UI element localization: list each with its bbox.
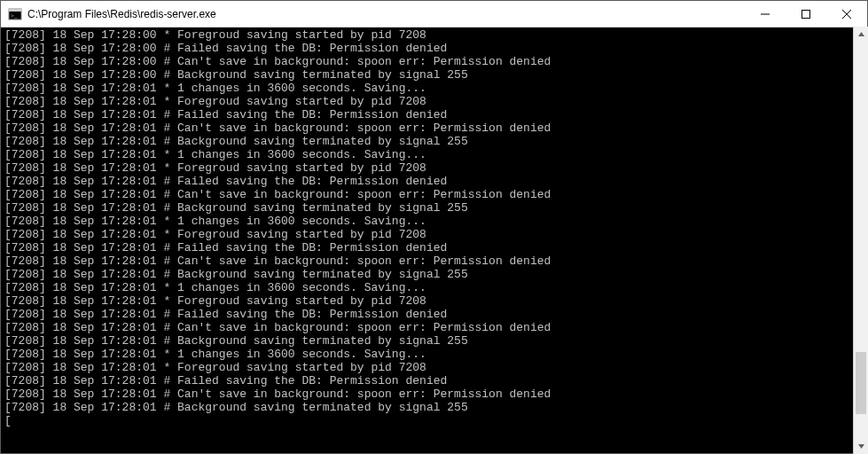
window-controls [745, 1, 867, 27]
close-button[interactable] [826, 1, 867, 27]
console-line: [7208] 18 Sep 17:28:01 * Foregroud savin… [4, 294, 864, 308]
titlebar[interactable]: >_ C:\Program Files\Redis\redis-server.e… [1, 1, 867, 27]
maximize-button[interactable] [786, 1, 826, 27]
console-line: [7208] 18 Sep 17:28:01 # Failed saving t… [4, 308, 864, 321]
svg-rect-4 [802, 10, 810, 18]
console-line: [7208] 18 Sep 17:28:01 # Failed saving t… [4, 241, 864, 254]
svg-rect-1 [9, 9, 21, 12]
console-line: [7208] 18 Sep 17:28:01 # Background savi… [4, 201, 864, 215]
svg-text:>_: >_ [11, 12, 18, 20]
console-line: [7208] 18 Sep 17:28:01 # Failed saving t… [4, 108, 864, 121]
console-line: [7208] 18 Sep 17:28:01 # Background savi… [4, 135, 864, 148]
console-line: [7208] 18 Sep 17:28:01 # Background savi… [4, 268, 864, 281]
console-line: [7208] 18 Sep 17:28:01 # Failed saving t… [4, 374, 864, 387]
console-line: [7208] 18 Sep 17:28:01 # Background savi… [4, 334, 864, 348]
console-line: [7208] 18 Sep 17:28:01 # Can't save in b… [4, 121, 864, 135]
console-line: [7208] 18 Sep 17:28:01 * Foregroud savin… [4, 161, 864, 175]
scroll-up-button[interactable] [854, 27, 868, 42]
console-line: [7208] 18 Sep 17:28:00 # Failed saving t… [4, 42, 864, 55]
scroll-down-button[interactable] [854, 439, 868, 454]
app-icon: >_ [8, 7, 22, 21]
minimize-button[interactable] [745, 1, 786, 27]
console-line: [7208] 18 Sep 17:28:01 # Background savi… [4, 401, 864, 414]
console-cursor-line: [ [4, 414, 864, 427]
scroll-thumb[interactable] [856, 352, 866, 414]
svg-marker-8 [858, 444, 864, 449]
console-line: [7208] 18 Sep 17:28:01 * Foregroud savin… [4, 228, 864, 241]
scroll-track[interactable] [854, 42, 868, 439]
window-frame: >_ C:\Program Files\Redis\redis-server.e… [0, 0, 868, 454]
console-line: [7208] 18 Sep 17:28:01 * 1 changes in 36… [4, 148, 864, 161]
console-line: [7208] 18 Sep 17:28:01 * 1 changes in 36… [4, 348, 864, 361]
console-line: [7208] 18 Sep 17:28:01 # Can't save in b… [4, 188, 864, 201]
console-line: [7208] 18 Sep 17:28:00 # Can't save in b… [4, 55, 864, 68]
console-line: [7208] 18 Sep 17:28:01 * Foregroud savin… [4, 95, 864, 108]
console-line: [7208] 18 Sep 17:28:01 * 1 changes in 36… [4, 82, 864, 95]
svg-marker-7 [858, 32, 864, 36]
console-output[interactable]: [7208] 18 Sep 17:28:00 * Foregroud savin… [1, 27, 867, 453]
console-line: [7208] 18 Sep 17:28:01 # Can't save in b… [4, 254, 864, 268]
console-line: [7208] 18 Sep 17:28:00 * Foregroud savin… [4, 28, 864, 42]
console-line: [7208] 18 Sep 17:28:01 * 1 changes in 36… [4, 281, 864, 294]
console-line: [7208] 18 Sep 17:28:01 # Failed saving t… [4, 175, 864, 188]
window-title: C:\Program Files\Redis\redis-server.exe [27, 8, 745, 20]
console-line: [7208] 18 Sep 17:28:01 # Can't save in b… [4, 387, 864, 401]
console-line: [7208] 18 Sep 17:28:01 # Can't save in b… [4, 321, 864, 334]
console-line: [7208] 18 Sep 17:28:01 * 1 changes in 36… [4, 215, 864, 228]
vertical-scrollbar[interactable] [853, 27, 868, 454]
console-line: [7208] 18 Sep 17:28:01 * Foregroud savin… [4, 361, 864, 374]
console-line: [7208] 18 Sep 17:28:00 # Background savi… [4, 68, 864, 82]
